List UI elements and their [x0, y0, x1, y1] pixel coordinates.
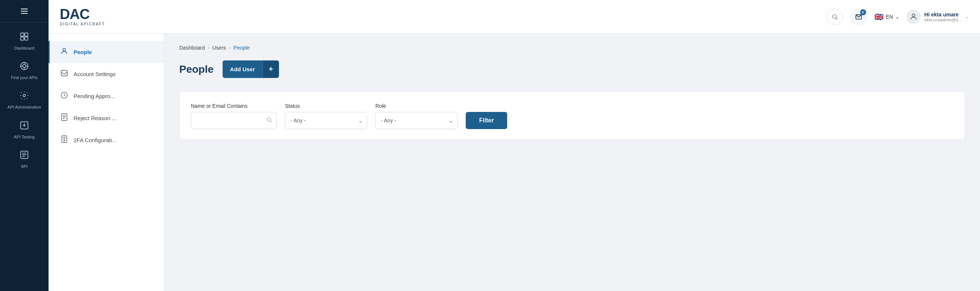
- sub-nav-item-account-settings[interactable]: Account Settings: [49, 63, 164, 85]
- svg-point-24: [63, 49, 65, 51]
- svg-point-8: [23, 65, 26, 68]
- content-area: Dashboard › Users › People People Add Us…: [164, 33, 980, 291]
- reject-reason-icon: [60, 113, 68, 123]
- breadcrumb-dashboard[interactable]: Dashboard: [179, 45, 205, 51]
- user-avatar: [907, 10, 921, 24]
- filter-button[interactable]: Filter: [466, 112, 507, 129]
- filter-status-label: Status: [285, 103, 367, 109]
- dashboard-icon: [19, 32, 29, 44]
- breadcrumb-sep-1: ›: [208, 45, 210, 51]
- filter-row: Name or Email Contains: [191, 103, 953, 129]
- api-icon: [19, 150, 29, 162]
- filter-group-status: Status - Any - ⌄: [285, 103, 367, 129]
- add-user-label: Add User: [223, 62, 262, 77]
- svg-rect-25: [61, 71, 68, 76]
- sub-nav-people-label: People: [73, 49, 92, 55]
- breadcrumb-users[interactable]: Users: [213, 45, 226, 51]
- filter-status-select-wrap: - Any - ⌄: [285, 112, 367, 129]
- svg-point-34: [64, 140, 65, 141]
- notification-button[interactable]: 0: [850, 8, 868, 26]
- filter-role-label: Role: [375, 103, 458, 109]
- api-testing-icon: [19, 120, 29, 133]
- filter-status-select[interactable]: - Any -: [285, 112, 367, 129]
- 2fa-config-icon: [60, 135, 68, 145]
- breadcrumb-sep-2: ›: [229, 45, 231, 51]
- sub-nav-2fa-label: 2FA Configurati...: [73, 137, 116, 143]
- page-title: People: [179, 63, 214, 75]
- sub-nav: People Account Settings: [49, 33, 164, 291]
- lang-chevron-icon: ⌄: [895, 14, 900, 20]
- notification-badge: 0: [860, 9, 866, 15]
- sidebar-item-api[interactable]: API: [0, 145, 49, 173]
- filter-role-select[interactable]: - Any -: [375, 112, 458, 129]
- header-right: 0 🇬🇧 EN ⌄ Hi ekta umare ekta.u+padmin@d.…: [827, 8, 969, 26]
- filter-group-role: Role - Any - ⌄: [375, 103, 458, 129]
- filter-name-label: Name or Email Contains: [191, 103, 277, 109]
- logo-sub-text: DIGITAL APICRAFT: [60, 22, 105, 26]
- svg-rect-4: [25, 33, 28, 36]
- sidebar-item-api-admin-label: API Administration: [8, 105, 41, 110]
- page-body: People Account Settings: [49, 33, 980, 291]
- user-greeting: Hi ekta umare: [924, 11, 961, 17]
- logo-main-text: DAC: [60, 7, 105, 21]
- sub-nav-item-reject-reason[interactable]: Reject Reason ...: [49, 107, 164, 129]
- sidebar-item-find-apis[interactable]: Find your APIs: [0, 56, 49, 84]
- lang-code: EN: [886, 14, 893, 20]
- sidebar-item-api-testing[interactable]: API Testing: [0, 115, 49, 143]
- sidebar-item-find-apis-label: Find your APIs: [11, 75, 38, 80]
- language-selector[interactable]: 🇬🇧 EN ⌄: [874, 12, 900, 21]
- find-apis-icon: [19, 61, 29, 73]
- sub-nav-item-pending-approvals[interactable]: Pending Appro...: [49, 85, 164, 107]
- user-chevron-icon: ⌄: [965, 14, 969, 19]
- sidebar-item-dashboard[interactable]: Dashboard: [0, 27, 49, 54]
- api-admin-icon: [19, 91, 29, 103]
- top-header: DAC DIGITAL APICRAFT 0 🇬🇧 EN ⌄: [49, 0, 980, 33]
- logo: DAC DIGITAL APICRAFT: [60, 7, 105, 26]
- people-icon: [60, 47, 68, 57]
- svg-rect-31: [62, 136, 67, 142]
- filter-group-name: Name or Email Contains: [191, 103, 277, 129]
- svg-rect-3: [21, 33, 24, 36]
- breadcrumb: Dashboard › Users › People: [179, 45, 965, 51]
- user-info[interactable]: Hi ekta umare ekta.u+padmin@d... ⌄: [907, 10, 969, 24]
- filter-section: Name or Email Contains: [179, 92, 965, 140]
- sidebar-nav: Dashboard Find your APIs: [0, 23, 49, 173]
- sub-nav-pending-approvals-label: Pending Appro...: [73, 93, 115, 99]
- user-email: ekta.u+padmin@d...: [924, 17, 961, 22]
- sidebar-item-api-label: API: [21, 164, 28, 169]
- header-search-button[interactable]: [827, 9, 843, 25]
- sidebar: Dashboard Find your APIs: [0, 0, 49, 291]
- add-user-button[interactable]: Add User +: [223, 60, 279, 78]
- svg-point-20: [832, 14, 837, 19]
- svg-point-13: [23, 94, 26, 97]
- sub-nav-reject-reason-label: Reject Reason ...: [73, 115, 116, 121]
- svg-point-23: [912, 14, 915, 16]
- filter-name-input-wrap: [191, 112, 277, 129]
- pending-approvals-icon: [60, 91, 68, 101]
- svg-rect-6: [25, 37, 28, 40]
- svg-rect-5: [21, 37, 24, 40]
- sidebar-toggle[interactable]: [0, 0, 49, 23]
- sidebar-item-dashboard-label: Dashboard: [14, 46, 34, 51]
- sidebar-item-api-testing-label: API Testing: [14, 135, 34, 139]
- page-header: People Add User +: [179, 60, 965, 78]
- filter-name-input[interactable]: [191, 112, 277, 129]
- flag-icon: 🇬🇧: [874, 12, 884, 21]
- account-settings-icon: [60, 69, 68, 79]
- filter-role-select-wrap: - Any - ⌄: [375, 112, 458, 129]
- add-user-plus-icon: +: [262, 60, 279, 78]
- sub-nav-item-people[interactable]: People: [49, 41, 164, 63]
- sub-nav-item-2fa-config[interactable]: 2FA Configurati...: [49, 129, 164, 151]
- user-text-block: Hi ekta umare ekta.u+padmin@d...: [924, 11, 961, 22]
- breadcrumb-current: People: [234, 45, 250, 51]
- main-container: DAC DIGITAL APICRAFT 0 🇬🇧 EN ⌄: [49, 0, 980, 291]
- sidebar-item-api-admin[interactable]: API Administration: [0, 85, 49, 114]
- sub-nav-account-settings-label: Account Settings: [73, 71, 116, 77]
- svg-line-21: [836, 18, 837, 19]
